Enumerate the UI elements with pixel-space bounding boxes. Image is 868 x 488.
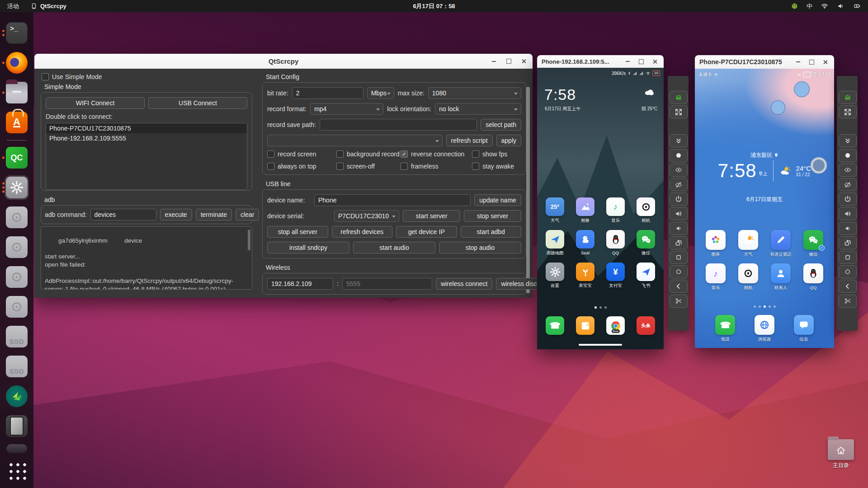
expand-menu-button[interactable] <box>670 134 688 147</box>
app-camera[interactable]: 相机 <box>632 197 660 224</box>
dock-item-ssd-1[interactable]: SSD <box>0 322 33 352</box>
app-toutiao[interactable]: 头条 <box>632 316 660 335</box>
hide-screen-button[interactable] <box>670 178 688 191</box>
dock-item-settings[interactable] <box>0 173 33 202</box>
rotate-screen-button[interactable] <box>670 236 688 249</box>
refresh-devices-button[interactable]: refresh devices <box>332 226 393 238</box>
main-window-titlebar[interactable]: QtScrcpy <box>34 54 533 69</box>
expand-menu-button[interactable] <box>839 134 857 147</box>
show-screen-button[interactable] <box>839 164 857 177</box>
volume-down-button[interactable] <box>839 222 857 235</box>
app-phone-call[interactable]: ☎ <box>541 316 570 335</box>
update-name-button[interactable]: update name <box>474 194 521 206</box>
record-screen-checkbox[interactable] <box>267 150 274 158</box>
app-gallery[interactable]: 相册 <box>571 197 600 224</box>
back-button[interactable] <box>670 280 688 293</box>
lock-orientation-dropdown[interactable]: no lock <box>435 103 521 115</box>
start-adbd-button[interactable]: start adbd <box>461 226 522 238</box>
dock-item-terminal[interactable]: >_ <box>0 18 33 48</box>
device-list-item[interactable]: Phone-192.168.2.109:5555 <box>46 133 247 143</box>
app-camera[interactable]: 相机 <box>734 263 763 291</box>
execute-button[interactable]: execute <box>160 209 192 221</box>
record-save-path-input[interactable] <box>320 119 477 131</box>
volume-icon[interactable] <box>837 3 844 9</box>
option-show-fps[interactable]: show fps <box>472 150 521 158</box>
show-screen-button[interactable] <box>670 164 688 177</box>
log-scrollbar[interactable] <box>248 230 250 250</box>
phone1-home-bar[interactable] <box>579 344 622 346</box>
app-weather[interactable]: 25°天气 <box>541 197 570 224</box>
minimize-button[interactable] <box>623 57 632 66</box>
power-button[interactable] <box>839 192 857 206</box>
mirror-group-button[interactable] <box>839 91 857 104</box>
window-scrollbar[interactable] <box>526 87 530 293</box>
mirror-group-button[interactable] <box>670 91 688 104</box>
option-stay-awake[interactable]: stay awake <box>472 163 521 170</box>
phone2-screen[interactable]: 未插卡 90 早上7:58 浦东新区 7:58 早上 24°C 31 / 22 … <box>695 69 834 348</box>
android-tray-icon[interactable] <box>791 2 798 10</box>
bit-rate-unit-dropdown[interactable]: Mbps <box>367 87 394 99</box>
script-dropdown[interactable] <box>267 135 443 146</box>
app-amap[interactable]: 高德地图 <box>541 230 570 256</box>
option-background-record[interactable]: background record <box>336 150 401 158</box>
app-weather[interactable]: 天气 <box>734 230 763 258</box>
screenshot-button[interactable] <box>670 149 688 162</box>
dock-item-drawer[interactable] <box>0 441 33 456</box>
use-simple-mode-checkbox[interactable] <box>42 73 49 80</box>
app-switch-button[interactable] <box>839 251 857 264</box>
app-music[interactable]: ♪音乐 <box>601 197 630 224</box>
select-path-button[interactable]: select path <box>481 119 521 131</box>
app-chrome[interactable]: Beta <box>601 316 630 335</box>
close-button[interactable] <box>650 57 659 66</box>
wireless-ip-input[interactable] <box>267 278 333 290</box>
maximize-button[interactable] <box>807 57 816 66</box>
app-wechat[interactable]: 微信 <box>632 230 660 256</box>
install-sndcpy-button[interactable]: install sndcpy <box>267 242 349 253</box>
app-seal[interactable]: Seal <box>571 230 600 256</box>
dock-item-media-player[interactable] <box>0 381 33 411</box>
crop-screenshot-button[interactable] <box>839 295 857 308</box>
maximize-button[interactable] <box>637 57 646 66</box>
app-messages[interactable]: 信息 <box>789 315 818 343</box>
record-format-dropdown[interactable]: mp4 <box>310 103 383 115</box>
app-qq[interactable]: QQ <box>799 263 828 291</box>
screenshot-button[interactable] <box>839 149 857 162</box>
home-button[interactable] <box>839 265 857 278</box>
dock-item-phone-device[interactable] <box>0 411 33 441</box>
option-always-on-top[interactable]: always on top <box>267 163 336 170</box>
hide-screen-button[interactable] <box>839 178 857 191</box>
frameless-checkbox[interactable] <box>401 163 408 170</box>
get-device-ip-button[interactable]: get device IP <box>396 226 457 238</box>
always-on-top-checkbox[interactable] <box>267 163 274 170</box>
dock-item-ubuntu-software[interactable]: A <box>0 108 33 137</box>
app-qinbaobao[interactable]: 亲宝宝 <box>571 263 600 289</box>
rotate-screen-button[interactable] <box>839 236 857 249</box>
phone2-titlebar[interactable]: Phone-P7CDU17C23010875 <box>695 55 834 69</box>
dock-item-ssd-2[interactable]: SSD <box>0 352 33 381</box>
dock-item-disk-2[interactable] <box>0 232 33 262</box>
phone1-screen[interactable]: 396K/s 10 7:58 6月17日 周五上午 阴 25°C 25°天气相册… <box>537 68 664 349</box>
option-record-screen[interactable]: record screen <box>267 150 336 158</box>
start-server-button[interactable]: start server <box>403 210 460 222</box>
clear-button[interactable]: clear <box>236 209 259 221</box>
close-button[interactable] <box>821 57 830 66</box>
refresh-script-button[interactable]: refresh script <box>446 135 493 146</box>
crop-screenshot-button[interactable] <box>670 295 688 308</box>
background-record-checkbox[interactable] <box>336 150 344 158</box>
screen-off-checkbox[interactable] <box>336 163 344 170</box>
assistive-ball[interactable] <box>811 157 827 174</box>
reverse-connection-checkbox[interactable]: ✓ <box>401 150 408 158</box>
dock-item-qtcreator[interactable]: QC <box>0 143 33 173</box>
stay-awake-checkbox[interactable] <box>472 163 479 170</box>
app-contacts[interactable]: 联系人 <box>766 263 795 291</box>
usb-connect-button[interactable]: USB Connect <box>148 97 247 109</box>
device-serial-dropdown[interactable]: P7CDU17C23010 <box>334 210 399 222</box>
app-qq[interactable]: QQ <box>601 230 630 256</box>
minimize-button[interactable] <box>489 57 498 66</box>
dock-item-disk-1[interactable] <box>0 202 33 232</box>
app-phone-call[interactable]: ☎电话 <box>711 315 740 343</box>
dock-item-disk-3[interactable] <box>0 262 33 292</box>
back-button[interactable] <box>839 280 857 293</box>
app-music[interactable]: ♪音乐 <box>701 263 730 291</box>
apply-button[interactable]: apply <box>496 135 521 146</box>
